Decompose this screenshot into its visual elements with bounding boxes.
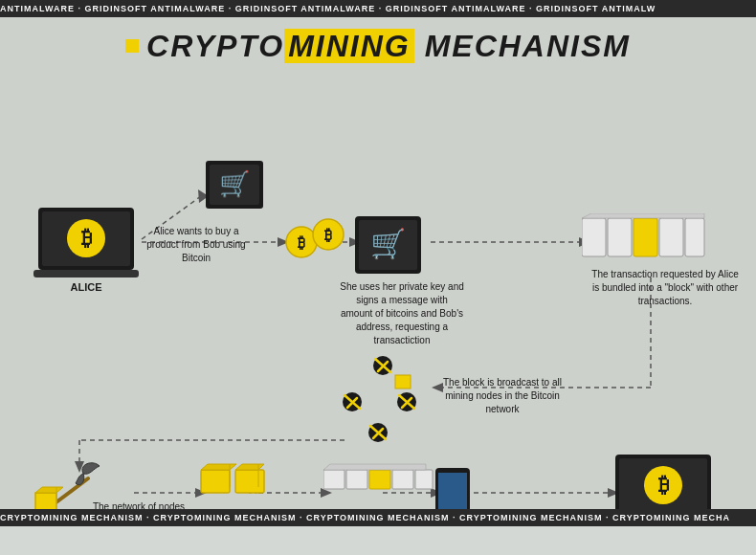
bundle-desc-text: The transaction requested by Alice is bu…: [589, 268, 742, 308]
cart-mid-icon: 🛒: [352, 213, 424, 280]
block-bottom-mid-icon: [323, 462, 434, 510]
cart-mid-section: 🛒: [352, 213, 424, 280]
svg-marker-76: [323, 464, 426, 470]
title-highlight: MINING: [284, 29, 414, 63]
svg-text:🛒: 🛒: [219, 168, 251, 199]
block-bottom-left-section: [199, 462, 271, 514]
svg-rect-75: [415, 470, 433, 489]
svg-rect-41: [608, 218, 632, 256]
title-area: CRYPTOMINING MECHANISM: [0, 17, 756, 72]
page-title: CRYPTOMINING MECHANISM: [0, 29, 756, 64]
alice-laptop-icon: ₿: [33, 206, 139, 278]
svg-marker-67: [235, 464, 264, 470]
svg-text:₿: ₿: [298, 234, 305, 251]
svg-text:🛒: 🛒: [370, 227, 407, 261]
alice-desc-text: Alice wants to buy a product from Bob us…: [139, 225, 254, 265]
svg-text:₿: ₿: [324, 227, 332, 243]
sign-desc-text: She uses her private key and signs a mes…: [340, 280, 464, 347]
bottom-ticker: CRYPTOMINING MECHANISM · CRYPTOMINING ME…: [0, 509, 756, 526]
svg-rect-74: [392, 470, 413, 489]
svg-rect-44: [685, 218, 704, 256]
svg-rect-73: [369, 470, 390, 489]
block-bottom-mid-section: [323, 462, 434, 514]
coins-icon: ₿ ₿: [282, 213, 359, 271]
mining-nodes-icon: [325, 354, 440, 445]
title-prefix-icon: [125, 39, 139, 53]
svg-text:₿: ₿: [658, 473, 669, 497]
cart-top-section: 🛒: [201, 156, 268, 218]
svg-rect-66: [235, 470, 264, 493]
svg-marker-61: [35, 487, 63, 493]
block-top-right-icon: [582, 213, 706, 266]
block-top-right-section: [582, 213, 706, 266]
svg-rect-71: [323, 470, 345, 489]
svg-rect-60: [35, 493, 56, 510]
alice-section: ₿ ALICE: [29, 206, 144, 293]
main-content: CRYPTOMINING MECHANISM: [0, 17, 756, 526]
svg-rect-42: [634, 218, 657, 256]
svg-rect-43: [659, 218, 683, 256]
svg-rect-40: [582, 218, 606, 256]
cart-top-icon: 🛒: [201, 156, 268, 218]
top-ticker: ANTIMALWARE · GRIDINSOFT ANTIMALWARE · G…: [0, 0, 756, 17]
svg-marker-64: [201, 464, 236, 470]
alice-label: ALICE: [71, 281, 102, 293]
svg-rect-29: [33, 270, 139, 278]
svg-marker-45: [582, 213, 704, 218]
block-bottom-left-icon: [199, 462, 271, 510]
svg-rect-63: [201, 470, 230, 493]
diagram: ₿ ALICE Alice wants to buy a product fro…: [0, 72, 756, 526]
svg-rect-72: [346, 470, 367, 489]
coins-area: ₿ ₿: [282, 213, 359, 275]
svg-text:₿: ₿: [81, 226, 92, 250]
svg-rect-49: [395, 375, 411, 388]
svg-rect-78: [438, 473, 467, 511]
broadcast-desc-text: The block is broadcast to all mining nod…: [440, 376, 565, 416]
mining-nodes-section: [325, 354, 440, 449]
